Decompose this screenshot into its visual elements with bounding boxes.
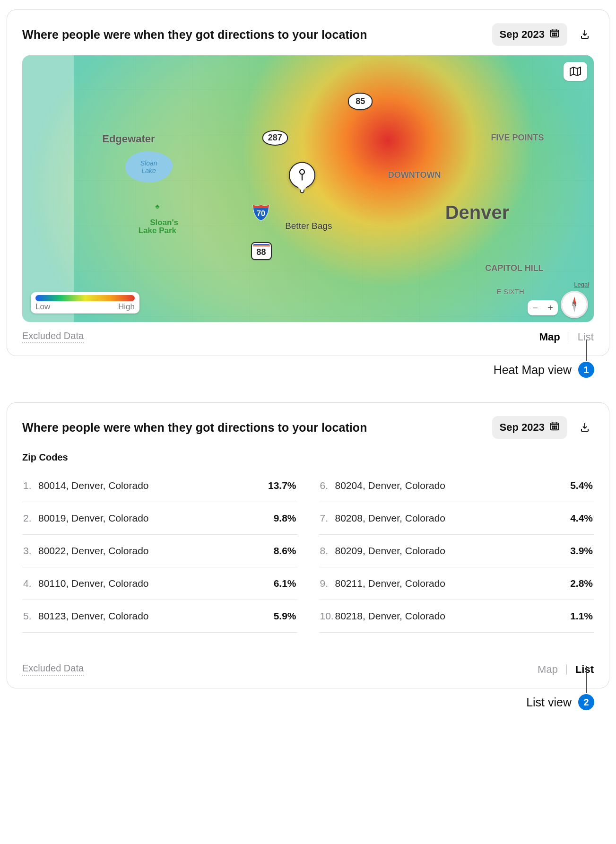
map-label-capitol: CAPITOL HILL [485, 263, 543, 273]
card-footer: Excluded Data Map List [22, 331, 594, 343]
toggle-separator [569, 332, 569, 342]
legal-link[interactable]: Legal [574, 281, 589, 288]
download-icon [579, 422, 590, 433]
calendar-icon [549, 421, 560, 434]
business-pin[interactable] [289, 162, 315, 189]
zip-rank: 9. [320, 578, 335, 589]
zoom-out-button[interactable]: − [528, 300, 543, 315]
svg-point-18 [556, 428, 557, 429]
zip-name: 80110, Denver, Colorado [38, 578, 274, 589]
zip-rank: 3. [23, 545, 38, 557]
zip-name: 80211, Denver, Colorado [335, 578, 571, 589]
zip-name: 80218, Denver, Colorado [335, 610, 571, 622]
directions-heatmap-card: Where people were when they got directio… [7, 9, 609, 356]
zip-percent: 9.8% [274, 513, 296, 524]
callout-2: List view 2 [4, 694, 594, 710]
map-view-tab[interactable]: Map [538, 663, 558, 676]
sloans-lake-park-label: ♣ Sloan's Lake Park [137, 186, 178, 244]
date-label: Sep 2023 [500, 28, 545, 41]
zip-table: 1.80014, Denver, Colorado13.7%2.80019, D… [22, 470, 594, 633]
zip-rank: 5. [23, 610, 38, 622]
view-toggle: Map List [538, 663, 594, 676]
zip-row: 8.80209, Denver, Colorado3.9% [319, 535, 594, 567]
zip-percent: 5.9% [274, 610, 296, 622]
svg-point-4 [552, 35, 553, 36]
heat-overlay [22, 55, 594, 322]
zip-codes-heading: Zip Codes [22, 452, 594, 463]
card-title: Where people were when they got directio… [22, 421, 484, 435]
list-view-tab[interactable]: List [575, 663, 594, 676]
download-icon [579, 29, 590, 40]
card-header: Where people were when they got directio… [22, 416, 594, 439]
map-type-button[interactable] [564, 62, 587, 81]
zip-percent: 1.1% [570, 610, 593, 622]
zip-rank: 10. [320, 610, 335, 622]
zip-rank: 1. [23, 480, 38, 491]
zip-name: 80123, Denver, Colorado [38, 610, 274, 622]
svg-point-8 [300, 170, 304, 174]
excluded-data-link[interactable]: Excluded Data [22, 663, 84, 676]
zip-rank: 2. [23, 513, 38, 524]
zip-percent: 8.6% [274, 545, 296, 557]
heat-map[interactable]: Denver DOWNTOWN FIVE POINTS CAPITOL HILL… [22, 55, 594, 322]
zoom-control: − + [528, 300, 558, 315]
svg-point-3 [556, 33, 557, 34]
directions-list-card: Where people were when they got directio… [7, 402, 609, 688]
callout-1-label: Heat Map view [494, 363, 572, 377]
zip-column-left: 1.80014, Denver, Colorado13.7%2.80019, D… [22, 470, 297, 633]
map-label-denver: Denver [445, 202, 510, 223]
toggle-separator [566, 664, 567, 675]
card-footer: Excluded Data Map List [22, 663, 594, 676]
callout-1: Heat Map view 1 [4, 362, 594, 378]
legend-high: High [118, 302, 135, 312]
map-icon [569, 66, 581, 77]
svg-point-2 [554, 33, 555, 34]
zip-row: 4.80110, Denver, Colorado6.1% [22, 567, 297, 600]
zip-percent: 5.4% [570, 480, 593, 491]
sloan-lake: Sloan Lake [125, 151, 173, 183]
date-range-picker[interactable]: Sep 2023 [492, 23, 567, 46]
svg-point-13 [552, 426, 553, 427]
heat-legend: Low High [31, 292, 139, 313]
map-view-tab[interactable]: Map [539, 331, 560, 343]
download-button[interactable] [576, 26, 594, 44]
business-name: Better Bags [285, 221, 332, 231]
zip-row: 10.80218, Denver, Colorado1.1% [319, 600, 594, 633]
zip-percent: 13.7% [268, 480, 296, 491]
svg-point-16 [552, 428, 553, 429]
zip-percent: 4.4% [570, 513, 593, 524]
card-title: Where people were when they got directio… [22, 28, 484, 42]
zip-rank: 6. [320, 480, 335, 491]
zip-rank: 7. [320, 513, 335, 524]
svg-point-17 [554, 428, 555, 429]
svg-point-14 [554, 426, 555, 427]
legend-gradient [35, 295, 135, 301]
zip-row: 9.80211, Denver, Colorado2.8% [319, 567, 594, 600]
callout-2-label: List view [526, 696, 572, 709]
zip-rank: 4. [23, 578, 38, 589]
date-label: Sep 2023 [500, 421, 545, 434]
callout-badge-2: 2 [578, 694, 594, 710]
map-label-edgewater: Edgewater [102, 133, 155, 145]
us-shield-287: 287 [262, 130, 288, 146]
callout-badge-1: 1 [578, 362, 594, 378]
zip-row: 2.80019, Denver, Colorado9.8% [22, 502, 297, 535]
card-header: Where people were when they got directio… [22, 23, 594, 46]
us-shield-85: 85 [348, 93, 373, 110]
excluded-data-link[interactable]: Excluded Data [22, 331, 84, 343]
download-button[interactable] [576, 418, 594, 436]
svg-point-5 [554, 35, 555, 36]
zoom-in-button[interactable]: + [543, 300, 558, 315]
co-shield-88: 88 [251, 242, 272, 260]
compass-button[interactable]: N [561, 291, 588, 318]
date-range-picker[interactable]: Sep 2023 [492, 416, 567, 439]
zip-name: 80014, Denver, Colorado [38, 480, 268, 491]
calendar-icon [549, 28, 560, 41]
zip-name: 80204, Denver, Colorado [335, 480, 571, 491]
zip-name: 80209, Denver, Colorado [335, 545, 571, 557]
map-label-fivepoints: FIVE POINTS [491, 133, 544, 143]
map-label-downtown: DOWNTOWN [388, 170, 441, 180]
zip-name: 80208, Denver, Colorado [335, 513, 571, 524]
legend-low: Low [35, 302, 50, 312]
zip-name: 80019, Denver, Colorado [38, 513, 274, 524]
